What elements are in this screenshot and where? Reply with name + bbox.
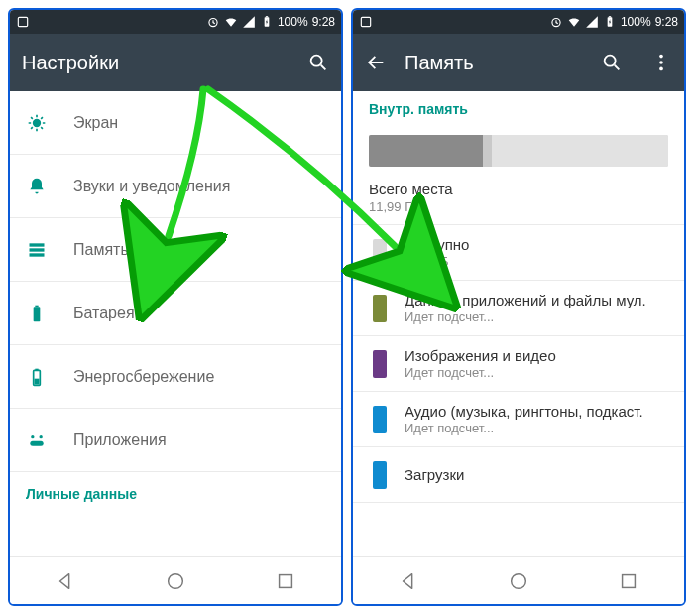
nav-home-icon[interactable] <box>165 570 186 592</box>
settings-item-label: Память <box>73 241 129 259</box>
svg-rect-9 <box>34 307 41 321</box>
total-value: 11,99 ГБ <box>369 199 668 214</box>
phone-settings: 100% 9:28 Настройки Экран Звуки и уведом… <box>8 8 343 606</box>
overflow-icon[interactable] <box>650 52 672 73</box>
storage-item-title: Доступно <box>405 236 469 253</box>
svg-point-24 <box>659 55 663 59</box>
nav-back-icon[interactable] <box>398 570 419 592</box>
storage-item[interactable]: Загрузки <box>353 447 684 503</box>
storage-item-sub: Идет подсчет... <box>405 421 643 435</box>
storage-bar-row <box>353 125 684 181</box>
nav-back-icon[interactable] <box>55 570 76 592</box>
settings-item-storage[interactable]: Память <box>10 218 341 282</box>
wifi-icon <box>224 15 238 29</box>
svg-point-25 <box>659 61 663 64</box>
storage-item[interactable]: Аудио (музыка, рингтоны, подкаст.Идет по… <box>353 392 684 447</box>
settings-item-apps[interactable]: Приложения <box>10 409 341 472</box>
settings-item-label: Энергосбережение <box>73 368 214 386</box>
alarm-icon <box>206 15 220 29</box>
settings-item-display[interactable]: Экран <box>10 91 341 155</box>
screenshot-icon <box>16 15 30 29</box>
storage-bar-segment <box>492 135 668 167</box>
settings-item-power[interactable]: Энергосбережение <box>10 345 341 409</box>
storage-bar <box>369 135 668 167</box>
svg-rect-8 <box>30 253 45 256</box>
svg-point-4 <box>311 56 322 66</box>
page-title: Настройки <box>22 52 290 74</box>
nav-home-icon[interactable] <box>508 570 529 592</box>
app-bar: Память <box>353 34 684 91</box>
color-swatch <box>373 239 387 267</box>
svg-rect-3 <box>266 16 268 17</box>
svg-rect-0 <box>18 17 27 26</box>
nav-recent-icon[interactable] <box>618 570 639 592</box>
settings-list: Экран Звуки и уведомления Память Батарея… <box>10 91 341 556</box>
svg-rect-19 <box>361 17 370 26</box>
storage-item[interactable]: Данные приложений и файлы мул.Идет подсч… <box>353 281 684 336</box>
signal-icon <box>242 15 256 29</box>
page-title: Память <box>405 52 583 74</box>
battery-icon <box>603 15 617 29</box>
color-swatch <box>373 350 387 378</box>
svg-point-23 <box>605 56 616 66</box>
svg-rect-28 <box>623 574 636 587</box>
storage-item-sub: Идет подсчет... <box>405 365 556 380</box>
svg-point-5 <box>33 118 41 126</box>
app-bar: Настройки <box>10 34 341 91</box>
storage-item[interactable]: Доступно6,63 ГБ <box>353 225 684 281</box>
storage-item-title: Данные приложений и файлы мул. <box>405 292 646 308</box>
status-bar: 100% 9:28 <box>10 10 341 34</box>
svg-rect-12 <box>35 368 38 370</box>
settings-item-label: Батарея <box>73 305 135 322</box>
storage-item-title: Изображения и видео <box>405 347 556 364</box>
battery-pct: 100% <box>278 15 308 29</box>
storage-item[interactable]: Изображения и видеоИдет подсчет... <box>353 336 684 392</box>
storage-item-title: Аудио (музыка, рингтоны, подкаст. <box>405 403 643 420</box>
svg-point-15 <box>40 435 43 438</box>
svg-rect-13 <box>35 378 40 384</box>
settings-item-label: Экран <box>73 114 118 132</box>
signal-icon <box>585 15 599 29</box>
clock-text: 9:28 <box>312 15 335 29</box>
alarm-icon <box>549 15 563 29</box>
storage-item-sub: Идет подсчет... <box>405 309 646 324</box>
color-swatch <box>373 406 387 433</box>
battery-pct: 100% <box>621 15 651 29</box>
storage-bar-segment <box>483 135 492 167</box>
svg-point-27 <box>512 573 526 588</box>
battery-item-icon <box>26 304 48 323</box>
svg-rect-16 <box>30 440 43 445</box>
settings-item-sound[interactable]: Звуки и уведомления <box>10 155 341 218</box>
color-swatch <box>373 461 387 489</box>
battery-icon <box>260 15 274 29</box>
phone-storage: 100% 9:28 Память Внутр. память Всего мес… <box>351 8 686 606</box>
color-swatch <box>373 295 387 322</box>
storage-item-title: Загрузки <box>405 466 464 483</box>
status-bar: 100% 9:28 <box>353 10 684 34</box>
bell-icon <box>26 177 48 196</box>
storage-bar-segment <box>369 135 483 167</box>
nav-recent-icon[interactable] <box>275 570 296 592</box>
settings-item-label: Звуки и уведомления <box>73 178 230 195</box>
storage-item-sub: 6,63 ГБ <box>405 254 469 269</box>
svg-rect-18 <box>280 574 292 587</box>
svg-point-26 <box>659 67 663 71</box>
settings-item-battery[interactable]: Батарея <box>10 282 341 345</box>
svg-rect-6 <box>30 243 45 246</box>
storage-total: Всего места 11,99 ГБ <box>353 181 684 225</box>
back-arrow-icon[interactable] <box>365 52 387 73</box>
storage-content: Внутр. память Всего места 11,99 ГБ Досту… <box>353 91 684 556</box>
search-icon[interactable] <box>307 52 329 73</box>
total-label: Всего места <box>369 181 668 197</box>
clock-text: 9:28 <box>655 15 678 29</box>
apps-icon <box>26 431 48 450</box>
svg-rect-7 <box>30 248 45 251</box>
svg-point-17 <box>169 573 183 588</box>
wifi-icon <box>567 15 581 29</box>
section-internal: Внутр. память <box>353 91 684 125</box>
power-icon <box>26 367 48 387</box>
search-icon[interactable] <box>601 52 623 73</box>
display-icon <box>26 113 48 133</box>
section-personal: Личные данные <box>10 472 341 510</box>
svg-rect-22 <box>609 16 611 17</box>
